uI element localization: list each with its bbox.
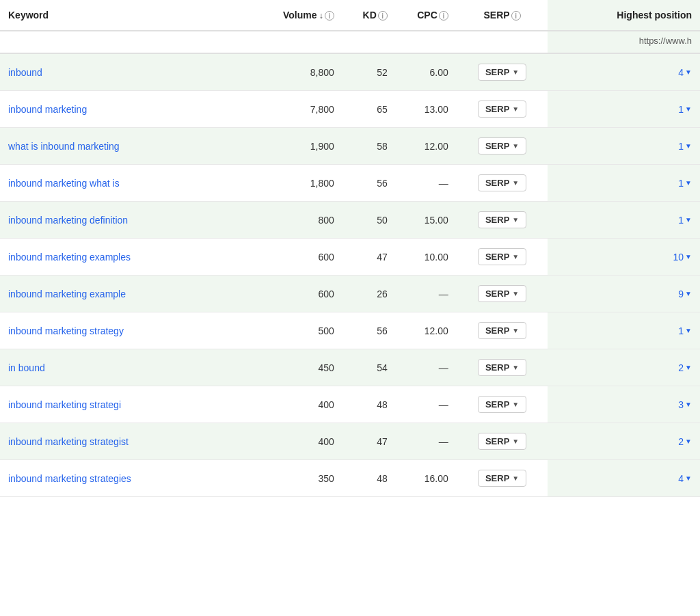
keyword-link[interactable]: inbound marketing strategies (8, 473, 131, 484)
position-dropdown-icon[interactable]: ▼ (685, 142, 692, 150)
serp-button-label: SERP (485, 178, 509, 188)
position-dropdown-icon[interactable]: ▼ (685, 474, 692, 482)
position-dropdown-icon[interactable]: ▼ (685, 327, 692, 334)
table-row: inbound marketing example60026—SERP ▼9▼ (0, 276, 700, 312)
col-header-keyword[interactable]: Keyword (0, 0, 258, 31)
dropdown-arrow-icon: ▼ (512, 142, 519, 150)
cpc-info-icon[interactable]: i (439, 11, 448, 21)
position-dropdown-icon[interactable]: ▼ (685, 216, 692, 224)
cpc-cell: 12.00 (396, 312, 457, 349)
col-header-volume[interactable]: Volume ↓i (258, 0, 342, 31)
keyword-link[interactable]: inbound marketing what is (8, 178, 120, 189)
volume-cell: 350 (258, 460, 342, 497)
table-row: inbound marketing strategies3504816.00SE… (0, 460, 700, 497)
serp-button[interactable]: SERP ▼ (478, 101, 526, 118)
serp-button[interactable]: SERP ▼ (478, 470, 526, 487)
cpc-cell: — (396, 165, 457, 202)
serp-button[interactable]: SERP ▼ (478, 137, 526, 155)
serp-button[interactable]: SERP ▼ (478, 248, 526, 265)
keyword-link[interactable]: in bound (8, 362, 45, 373)
keyword-link[interactable]: what is inbound marketing (8, 141, 120, 152)
serp-cell: SERP ▼ (457, 128, 548, 165)
col-header-highest-position: Highest position (548, 0, 700, 31)
serp-button[interactable]: SERP ▼ (478, 359, 526, 376)
highest-position-cell: 4▼ (548, 460, 700, 497)
serp-button[interactable]: SERP ▼ (478, 211, 526, 228)
table-row: inbound marketing strategist40047—SERP ▼… (0, 423, 700, 460)
keyword-cell: inbound marketing examples (0, 239, 258, 276)
volume-cell: 600 (258, 276, 342, 312)
dropdown-arrow-icon: ▼ (512, 253, 519, 260)
position-dropdown-icon[interactable]: ▼ (685, 105, 692, 113)
kd-cell: 47 (342, 239, 396, 276)
keyword-link[interactable]: inbound (8, 67, 42, 78)
dropdown-arrow-icon: ▼ (512, 327, 519, 334)
serp-button[interactable]: SERP ▼ (478, 64, 526, 81)
subheader-serp-cell (457, 31, 548, 53)
volume-cell: 500 (258, 312, 342, 349)
serp-button[interactable]: SERP ▼ (478, 174, 526, 191)
keyword-link[interactable]: inbound marketing examples (8, 252, 131, 263)
highest-position-value: 1 (678, 104, 684, 115)
keyword-cell: inbound marketing definition (0, 202, 258, 239)
serp-button-label: SERP (485, 141, 509, 151)
cpc-cell: 12.00 (396, 128, 457, 165)
position-dropdown-icon[interactable]: ▼ (685, 438, 692, 445)
highest-position-value: 3 (678, 399, 684, 410)
highest-position-cell: 2▼ (548, 349, 700, 386)
keyword-link[interactable]: inbound marketing strategi (8, 399, 121, 410)
position-dropdown-icon[interactable]: ▼ (685, 401, 692, 408)
col-header-kd-label: KD (363, 10, 377, 21)
serp-button[interactable]: SERP ▼ (478, 322, 526, 339)
serp-button-label: SERP (485, 104, 509, 114)
highest-position-cell: 3▼ (548, 386, 700, 423)
highest-position-cell: 1▼ (548, 128, 700, 165)
col-header-cpc[interactable]: CPCi (396, 0, 457, 31)
position-dropdown-icon[interactable]: ▼ (685, 68, 692, 76)
position-dropdown-icon[interactable]: ▼ (685, 290, 692, 297)
col-header-serp[interactable]: SERPi (457, 0, 548, 31)
dropdown-arrow-icon: ▼ (512, 438, 519, 445)
serp-info-icon[interactable]: i (511, 11, 521, 21)
highest-position-value: 1 (678, 325, 684, 336)
position-dropdown-icon[interactable]: ▼ (685, 179, 692, 187)
highest-position-cell: 1▼ (548, 165, 700, 202)
col-header-cpc-label: CPC (417, 10, 438, 21)
cpc-cell: — (396, 423, 457, 460)
highest-position-value: 2 (678, 436, 684, 447)
highest-position-cell: 1▼ (548, 91, 700, 128)
serp-button-label: SERP (485, 215, 509, 225)
volume-cell: 1,800 (258, 165, 342, 202)
highest-position-cell: 1▼ (548, 202, 700, 239)
serp-button[interactable]: SERP ▼ (478, 396, 526, 413)
keyword-link[interactable]: inbound marketing (8, 104, 87, 115)
serp-cell: SERP ▼ (457, 349, 548, 386)
keyword-link[interactable]: inbound marketing strategist (8, 436, 129, 447)
keyword-link[interactable]: inbound marketing definition (8, 215, 128, 226)
table-row: inbound8,800526.00SERP ▼4▼ (0, 53, 700, 91)
serp-button-label: SERP (485, 67, 509, 77)
volume-info-icon[interactable]: i (325, 11, 334, 21)
subheader-cpc-cell (396, 31, 457, 53)
volume-cell: 8,800 (258, 53, 342, 91)
serp-button-label: SERP (485, 362, 509, 373)
sort-down-icon: ↓ (317, 11, 323, 21)
dropdown-arrow-icon: ▼ (512, 216, 519, 224)
table-header-row: Keyword Volume ↓i KDi CPCi SERPi Highest… (0, 0, 700, 31)
serp-button[interactable]: SERP ▼ (478, 285, 526, 302)
col-header-kd[interactable]: KDi (342, 0, 396, 31)
serp-cell: SERP ▼ (457, 386, 548, 423)
table-body: inbound8,800526.00SERP ▼4▼inbound market… (0, 53, 700, 497)
highest-position-value: 1 (678, 178, 684, 189)
position-dropdown-icon[interactable]: ▼ (685, 253, 692, 260)
keyword-link[interactable]: inbound marketing example (8, 289, 126, 299)
kd-info-icon[interactable]: i (378, 11, 388, 21)
kd-cell: 54 (342, 349, 396, 386)
keyword-cell: inbound marketing strategy (0, 312, 258, 349)
position-dropdown-icon[interactable]: ▼ (685, 364, 692, 371)
keyword-link[interactable]: inbound marketing strategy (8, 325, 124, 336)
kd-cell: 52 (342, 53, 396, 91)
kd-cell: 56 (342, 312, 396, 349)
serp-button[interactable]: SERP ▼ (478, 433, 526, 450)
col-header-keyword-label: Keyword (8, 10, 49, 21)
